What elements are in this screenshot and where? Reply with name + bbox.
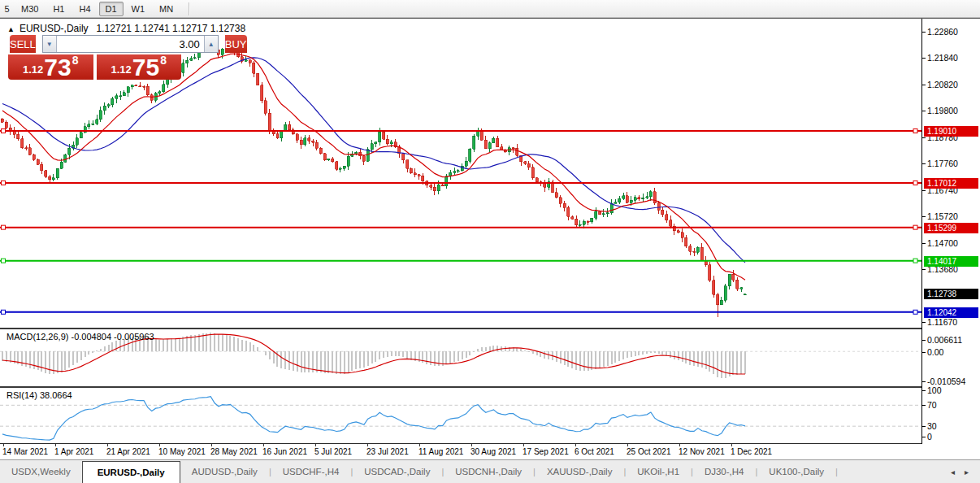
tab-eurusd-daily[interactable]: EURUSD-,Daily [82,461,180,483]
date-tick [107,444,108,446]
timeframe-button-h4[interactable]: H4 [72,2,97,16]
date-label: 30 Aug 2021 [470,447,516,456]
buy-price-big: 75 [132,57,159,78]
date-tick [627,444,628,446]
date-label: 10 May 2021 [158,447,206,456]
timeframe-button-m30[interactable]: M30 [15,2,45,16]
tab-usdchf-h4[interactable]: USDCHF-,H4 [271,460,351,483]
horizontal-line[interactable] [0,181,921,185]
date-label: 16 Jun 2021 [262,447,307,456]
tab-scroll-left-icon[interactable]: ◂ [951,468,955,476]
date-label: 6 Oct 2021 [575,447,614,456]
rsi-chart-canvas[interactable] [0,388,921,443]
sell-price-pip: 8 [72,54,79,67]
axis-tick [922,32,926,33]
tab-dj30-h4[interactable]: DJ30-,H4 [693,460,756,483]
timeframe-button-h1[interactable]: H1 [46,2,71,16]
price-axis-label: 1.14700 [927,238,958,248]
price-axis-label: 1.15720 [927,211,958,221]
date-tick [523,444,524,446]
date-label: 12 Nov 2021 [679,447,725,456]
chart-tab-bar: USDX,WeeklyEURUSD-,DailyAUDUSD-,Daily|US… [0,459,980,483]
price-badge: 1.19010 [924,126,978,137]
date-tick [55,444,56,446]
axis-tick [922,58,926,59]
macd-axis-label: 0.00 [927,347,943,357]
timeframe-button-mn[interactable]: MN [153,2,180,16]
axis-tick [922,405,926,406]
date-label: 25 Oct 2021 [627,447,670,456]
axis-tick [922,381,926,382]
axis-tick [922,137,926,138]
volume-increase-icon[interactable]: ▲ [204,36,218,52]
buy-price-pip: 8 [160,54,167,67]
axis-tick [922,111,926,111]
tab-scroll-right-icon[interactable]: ▸ [965,468,969,476]
buy-price-display[interactable]: 1.12 75 8 [97,54,182,80]
axis-tick [922,190,926,191]
date-label: 14 Mar 2021 [2,447,48,456]
price-badge: 1.12738 [924,289,978,299]
axis-tick [922,85,926,85]
price-axis-label: 1.22860 [927,27,958,37]
sell-price-prefix: 1.12 [23,63,43,76]
macd-label: MACD(12,26,9) -0.004804 -0.005963 [7,332,154,342]
sell-button[interactable]: SELL [10,35,36,53]
chart-symbol-label: EURUSD-,Daily [20,23,89,34]
tab-audusd-daily[interactable]: AUDUSD-,Daily [180,460,269,483]
volume-decrease-icon[interactable]: ▼ [43,36,57,52]
horizontal-line[interactable] [0,129,921,133]
price-badge: 1.17012 [924,178,978,189]
date-label: 28 May 2021 [210,447,258,456]
price-chart-panel: ▲EURUSD-,Daily1.12721 1.12741 1.12717 1.… [0,19,921,329]
axis-tick [922,216,926,217]
price-axis-label: 1.21840 [927,53,958,63]
tab-separator: | [835,467,838,476]
volume-spinner: ▼ ▲ [42,35,219,53]
horizontal-line[interactable] [0,225,921,229]
rsi-indicator-panel: RSI(14) 38.0664 [0,387,921,444]
date-tick [419,444,420,446]
date-label: 5 Jul 2021 [314,447,352,456]
volume-input[interactable] [57,36,204,52]
tab-uk100-daily[interactable]: UK100-,Daily [757,460,835,483]
buy-price-prefix: 1.12 [111,63,132,76]
timeframe-button-d1[interactable]: D1 [99,2,124,16]
axis-tick [922,340,926,341]
tab-scroll-arrows: ◂▸ [951,468,969,476]
rsi-axis-label: 0 [927,432,932,442]
rsi-axis-label: 70 [927,400,937,410]
axis-tick [922,390,926,391]
sell-price-display[interactable]: 1.12 73 8 [8,54,93,80]
sell-price-big: 73 [44,57,71,78]
axis-tick [922,269,926,270]
axis-tick [922,322,926,323]
macd-indicator-panel: MACD(12,26,9) -0.004804 -0.005963 [0,329,921,387]
timeframe-button-5[interactable]: 5 [1,2,13,16]
tab-ukoil-h1[interactable]: UKOil-,H1 [626,460,691,483]
chart-window: ▲EURUSD-,Daily1.12721 1.12741 1.12717 1.… [0,18,980,459]
collapse-triangle-icon[interactable]: ▲ [7,25,15,33]
tab-xauusd-daily[interactable]: XAUUSD-,Daily [536,460,624,483]
rsi-axis-label: 100 [927,385,942,395]
tab-usdcnh-daily[interactable]: USDCNH-,Daily [444,460,533,483]
price-axis-label: 1.11670 [927,317,957,327]
timeframe-toolbar: 5M30H1H4D1W1MN [0,0,980,18]
date-tick [575,444,576,446]
horizontal-line[interactable] [0,310,921,314]
price-axis-label: 1.19800 [927,106,958,115]
tab-usdx-weekly[interactable]: USDX,Weekly [0,460,82,483]
axis-tick [922,426,926,427]
date-label: 23 Jul 2021 [366,447,409,456]
timeframe-button-w1[interactable]: W1 [125,2,152,16]
one-click-trading-panel: SELL ▼ ▲ BUY 1.12 73 8 1.12 [8,35,181,80]
axis-tick [922,352,926,353]
date-tick [211,444,212,446]
tab-usdcad-daily[interactable]: USDCAD-,Daily [353,460,441,483]
toolbar-separator [189,2,189,15]
buy-button[interactable]: BUY [225,35,247,53]
horizontal-line[interactable] [0,259,921,263]
date-tick [471,444,472,446]
rsi-label: RSI(14) 38.0664 [7,390,72,400]
axis-tick [922,437,926,437]
